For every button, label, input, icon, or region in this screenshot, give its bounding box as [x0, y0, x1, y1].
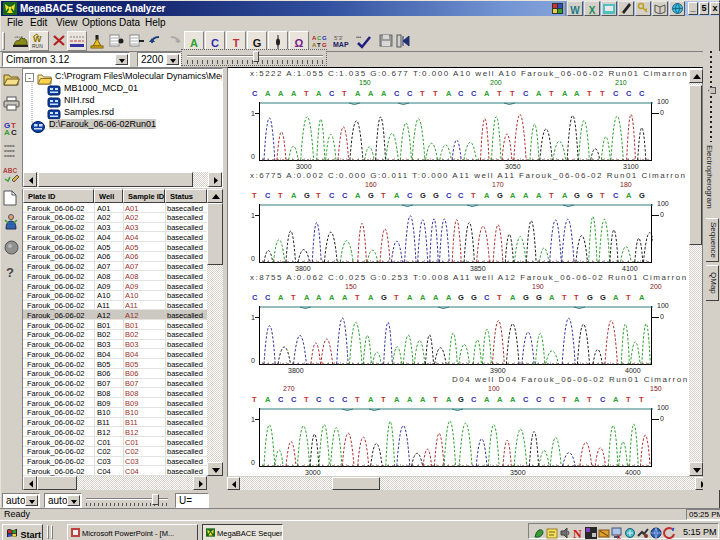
svg-text:====: ====	[4, 154, 15, 158]
svg-text:+x+x: +x+x	[14, 34, 23, 39]
svg-text:MAP: MAP	[333, 41, 349, 48]
svg-text:G: G	[322, 42, 327, 48]
svg-text:C: C	[11, 128, 17, 136]
svg-text:x: x	[617, 533, 621, 539]
svg-text:N: N	[573, 527, 582, 539]
svg-text:A: A	[4, 128, 10, 136]
svg-text:•••: •••	[356, 34, 362, 40]
svg-text:ABC: ABC	[3, 167, 17, 174]
svg-text:RUN: RUN	[32, 43, 43, 49]
svg-text:G: G	[322, 35, 327, 41]
svg-text:?: ?	[6, 265, 14, 280]
svg-text:T: T	[317, 42, 321, 48]
